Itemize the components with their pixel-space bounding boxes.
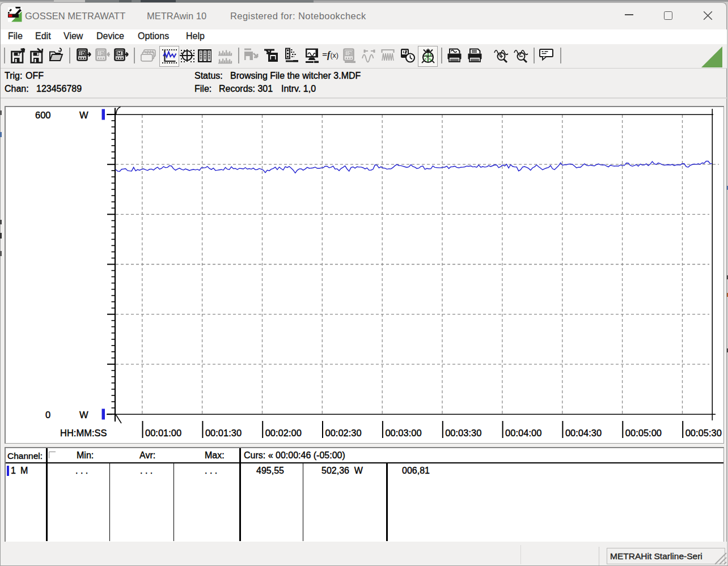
svg-text:W: W xyxy=(79,410,88,420)
svg-text:00:02:30: 00:02:30 xyxy=(325,428,362,438)
svg-text:00:02:00: 00:02:00 xyxy=(265,428,302,438)
svg-text:00:05:00: 00:05:00 xyxy=(625,428,662,438)
svg-text:0: 0 xyxy=(45,410,50,420)
svg-text:00:04:00: 00:04:00 xyxy=(505,428,541,438)
svg-text:00:03:00: 00:03:00 xyxy=(385,428,421,438)
svg-text:W: W xyxy=(79,110,88,120)
svg-text:00:01:30: 00:01:30 xyxy=(205,428,242,438)
svg-text:00:04:30: 00:04:30 xyxy=(565,428,602,438)
svg-text:00:03:30: 00:03:30 xyxy=(445,428,481,438)
svg-text:00:05:30: 00:05:30 xyxy=(685,428,722,438)
svg-text:600: 600 xyxy=(35,110,51,120)
svg-text:00:01:00: 00:01:00 xyxy=(145,428,181,438)
svg-text:HH:MM:SS: HH:MM:SS xyxy=(60,428,107,438)
